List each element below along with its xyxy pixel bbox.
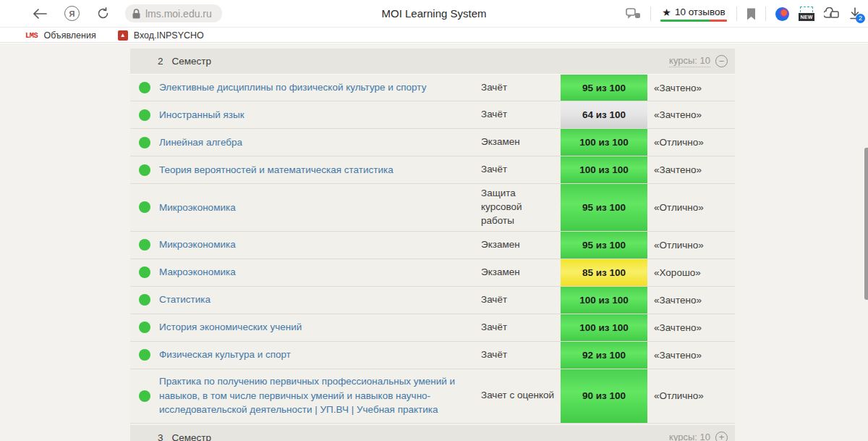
semester-number: 3 — [158, 432, 163, 441]
course-row: Практика по получению первичных професси… — [130, 369, 735, 424]
course-row: Микроэкономика Защита курсовой работы 95… — [130, 184, 735, 232]
refresh-button[interactable] — [97, 7, 109, 20]
course-row: Иностранный язык Зачёт 64 из 100 «Зачтен… — [130, 101, 735, 129]
semester-3-header: 3 Семестр курсы: 10 + — [130, 425, 735, 441]
url-text: lms.moi.edu.ru — [145, 8, 212, 20]
course-link[interactable]: Микроэкономика — [159, 233, 481, 256]
score-cell: 92 из 100 — [561, 342, 647, 369]
status-dot-icon — [139, 109, 150, 121]
courses-count-link[interactable]: курсы: 10 — [669, 55, 710, 67]
status-dot-icon — [139, 390, 150, 402]
status-dot-icon — [139, 164, 150, 176]
courses-count-link[interactable]: курсы: 10 — [669, 432, 710, 441]
status-dot-cell — [130, 294, 159, 306]
course-row: История экономических учений Зачёт 100 и… — [130, 314, 735, 342]
grades-table-body: Элективные дисциплины по физической куль… — [130, 74, 735, 424]
status-dot-cell — [130, 164, 159, 176]
course-link[interactable]: Практика по получению первичных професси… — [159, 370, 481, 421]
grade-text: «Отлично» — [647, 390, 735, 401]
grade-text: «Отлично» — [647, 240, 735, 251]
course-row: Статистика Зачёт 100 из 100 «Зачтено» — [130, 287, 735, 314]
extension-new-icon[interactable]: NEW — [799, 7, 814, 21]
grade-text: «Хорошо» — [647, 267, 735, 278]
rating-bar — [660, 20, 727, 22]
status-dot-cell — [130, 82, 159, 93]
assessment-type: Зачет с оценкой — [481, 386, 561, 406]
course-link[interactable]: Иностранный язык — [159, 104, 481, 127]
assessment-type: Экзамен — [481, 235, 561, 255]
grade-text: «Зачтено» — [647, 83, 735, 93]
collections-icon[interactable] — [824, 7, 840, 21]
downloads-button[interactable]: 2 — [849, 7, 861, 20]
score-cell: 95 из 100 — [561, 184, 647, 231]
status-dot-icon — [139, 137, 150, 148]
star-icon: ★ — [662, 7, 671, 18]
score-cell: 100 из 100 — [561, 287, 647, 314]
status-dot-icon — [139, 322, 150, 333]
semester-2-header: 2 Семестр курсы: 10 − — [130, 49, 735, 74]
reviews-count: 10 отзывов — [675, 7, 726, 17]
camera-frame-icon — [800, 7, 813, 12]
status-dot-cell — [130, 390, 159, 402]
back-button[interactable] — [33, 9, 47, 19]
bookmarks-bar: LMS Объявления ▲ Вход.INPSYCHO — [0, 28, 868, 43]
status-dot-icon — [139, 294, 150, 306]
status-dot-cell — [130, 266, 159, 278]
reviews-widget[interactable]: ★ 10 отзывов — [660, 7, 727, 22]
grade-text: «Зачтено» — [647, 109, 735, 120]
messenger-icon[interactable] — [626, 8, 641, 20]
assessment-type: Зачёт — [481, 290, 561, 310]
score-cell: 64 из 100 — [561, 101, 647, 128]
assessment-type: Зачёт — [481, 105, 561, 125]
inpsycho-favicon: ▲ — [118, 30, 128, 41]
back-arrow-icon — [33, 9, 47, 19]
score-cell: 100 из 100 — [561, 156, 647, 183]
lock-icon — [132, 9, 140, 19]
course-link[interactable]: Макроэкономика — [159, 261, 481, 284]
extension-browser-icon[interactable] — [775, 7, 789, 21]
course-link[interactable]: История экономических учений — [159, 316, 481, 339]
bookmark-flag-icon[interactable] — [746, 8, 756, 20]
score-cell: 100 из 100 — [561, 314, 647, 341]
course-link[interactable]: Линейная алгебра — [159, 131, 481, 154]
status-dot-cell — [130, 109, 159, 121]
course-link[interactable]: Элективные дисциплины по физической куль… — [159, 76, 481, 99]
semester-number: 2 — [158, 56, 163, 67]
address-bar[interactable]: lms.moi.edu.ru — [125, 4, 222, 22]
bookmark-label: Вход.INPSYCHO — [134, 30, 204, 41]
score-cell: 95 из 100 — [561, 232, 647, 259]
course-row: Микроэкономика Экзамен 95 из 100 «Отличн… — [130, 232, 735, 259]
status-dot-icon — [139, 82, 150, 93]
assessment-type: Экзамен — [481, 133, 561, 152]
new-badge: NEW — [799, 13, 814, 21]
course-row: Физическая культура и спорт Зачёт 92 из … — [130, 342, 735, 369]
collapse-semester-button[interactable]: − — [715, 55, 728, 67]
status-dot-cell — [130, 349, 159, 361]
grade-text: «Зачтено» — [647, 295, 735, 306]
course-row: Линейная алгебра Экзамен 100 из 100 «Отл… — [130, 129, 735, 156]
course-link[interactable]: Теория вероятностей и математическая ста… — [159, 159, 481, 182]
refresh-icon — [97, 7, 109, 20]
status-dot-cell — [130, 322, 159, 333]
grade-text: «Зачтено» — [647, 350, 735, 361]
scrollbar-thumb[interactable] — [864, 148, 868, 300]
expand-semester-button[interactable]: + — [715, 432, 728, 441]
status-dot-icon — [139, 201, 150, 213]
assessment-type: Зачёт — [481, 318, 561, 337]
status-dot-icon — [139, 266, 150, 278]
course-link[interactable]: Физическая культура и спорт — [159, 343, 481, 366]
status-dot-cell — [130, 239, 159, 251]
bookmark-announcements[interactable]: LMS Объявления — [25, 30, 96, 41]
bookmark-inpsycho[interactable]: ▲ Вход.INPSYCHO — [118, 30, 204, 41]
status-dot-cell — [130, 137, 159, 148]
status-dot-icon — [139, 239, 150, 251]
grade-text: «Зачтено» — [647, 322, 735, 333]
yandex-logo-icon[interactable]: Я — [64, 6, 80, 21]
assessment-type: Зачёт — [481, 345, 561, 365]
course-link[interactable]: Статистика — [159, 288, 481, 311]
course-link[interactable]: Микроэкономика — [159, 196, 481, 219]
semester-label: Семестр — [172, 432, 212, 441]
lms-favicon: LMS — [25, 31, 38, 40]
gradebook: 2 Семестр курсы: 10 − Элективные дисципл… — [130, 49, 735, 441]
course-row: Элективные дисциплины по физической куль… — [130, 74, 735, 101]
